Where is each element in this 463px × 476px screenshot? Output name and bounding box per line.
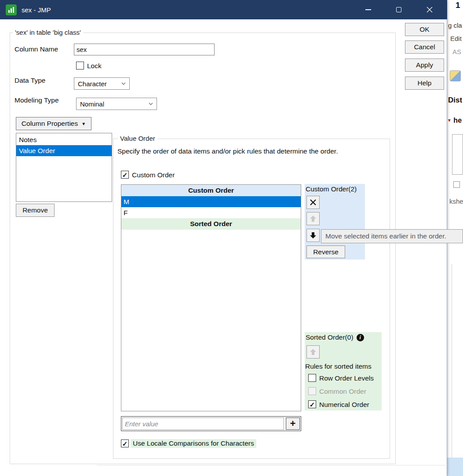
modeling-type-label: Modeling Type	[15, 96, 59, 104]
remove-item-button[interactable]	[306, 196, 320, 209]
x-icon	[310, 199, 317, 206]
apply-button[interactable]: Apply	[405, 59, 444, 72]
move-up-button[interactable]	[306, 212, 320, 225]
dropdown-triangle-icon: ▼	[81, 121, 86, 126]
sorted-move-up-button[interactable]	[306, 345, 320, 359]
cancel-button[interactable]: Cancel	[405, 40, 444, 54]
property-item-value-order[interactable]: Value Order	[16, 145, 112, 156]
modeling-type-value: Nominal	[80, 100, 104, 108]
background-text-big-class: g cla	[448, 22, 462, 29]
modeling-type-dropdown[interactable]: Nominal	[76, 98, 157, 110]
locale-comparisons-label: Use Locale Comparisons for Characters	[131, 439, 256, 448]
close-button[interactable]	[417, 0, 442, 19]
column-properties-label: Column Properties	[22, 120, 78, 128]
custom-order-checkbox-label: Custom Order	[132, 171, 175, 179]
properties-listbox: Notes Value Order	[16, 133, 112, 202]
maximize-icon	[396, 7, 401, 12]
background-outline-title: ▼ he	[447, 117, 462, 124]
numerical-order-label: Numerical Order	[319, 401, 369, 409]
enter-value-wrapper: +	[121, 416, 301, 431]
common-order-checkbox	[308, 387, 316, 395]
data-type-dropdown[interactable]: Character	[74, 77, 130, 90]
custom-order-header: Custom Order	[121, 185, 301, 196]
background-text-edit: Edit	[450, 35, 462, 42]
tooltip: Move selected items earlier in the order…	[321, 229, 463, 243]
reverse-button[interactable]: Reverse	[306, 245, 345, 258]
background-text-he: he	[453, 117, 462, 124]
help-button[interactable]: Help	[405, 77, 444, 90]
arrow-up-icon	[310, 348, 317, 355]
custom-order-panel-title: Custom Order(2)	[306, 185, 357, 193]
custom-order-panel: Custom Order(2) Reverse	[305, 184, 365, 260]
background-text-dist: Dist	[448, 96, 462, 105]
data-type-label: Data Type	[15, 77, 45, 84]
arrow-up-icon	[310, 215, 317, 222]
window-title: sex - JMP	[22, 6, 51, 14]
locale-comparisons-checkbox[interactable]	[121, 439, 129, 447]
arrow-down-icon	[310, 232, 317, 239]
value-order-legend: Value Order	[118, 135, 157, 142]
maximize-button[interactable]	[386, 0, 411, 19]
background-text-kshe: kshe	[449, 198, 463, 205]
background-plot-frame	[452, 134, 463, 175]
common-order-label: Common Order	[319, 388, 366, 395]
enter-value-input[interactable]	[122, 417, 284, 430]
titlebar[interactable]: sex - JMP	[0, 0, 447, 19]
order-item-m[interactable]: M	[121, 196, 301, 207]
red-triangle-icon: ▼	[447, 118, 452, 123]
column-groupbox-legend: 'sex' in table 'big class'	[13, 29, 83, 36]
jmp-app-icon	[6, 4, 17, 15]
minimize-button[interactable]	[356, 0, 380, 19]
custom-order-checkbox[interactable]	[121, 171, 129, 179]
sorted-order-panel-title-row: Sorted Order(0) i	[306, 333, 364, 341]
background-text-as: AS	[452, 48, 461, 55]
background-footer	[447, 458, 463, 476]
move-down-button[interactable]	[306, 229, 320, 242]
minimize-icon	[365, 9, 371, 10]
lock-checkbox[interactable]	[76, 62, 84, 70]
row-order-levels-label: Row Order Levels	[319, 374, 374, 382]
window-controls	[356, 0, 442, 19]
data-type-value: Character	[78, 80, 107, 88]
column-properties-button[interactable]: Column Properties ▼	[16, 117, 91, 130]
row-order-levels-checkbox[interactable]	[308, 374, 316, 382]
screen: 1 g cla Edit AS Dist ▼ he kshe sex - JMP	[0, 0, 463, 476]
background-row-number: 1	[456, 0, 460, 10]
sorted-order-panel-title: Sorted Order(0)	[306, 333, 354, 341]
background-checkbox	[453, 181, 460, 188]
info-icon[interactable]: i	[357, 334, 364, 341]
column-name-label: Column Name	[15, 45, 58, 53]
add-value-button[interactable]: +	[286, 417, 300, 430]
rules-heading: Rules for sorted items	[305, 362, 372, 370]
value-order-list: Custom Order M F Sorted Order	[121, 184, 301, 411]
value-order-description: Specify the order of data items and/or p…	[117, 146, 364, 156]
sorted-order-header: Sorted Order	[121, 218, 301, 230]
chevron-down-icon	[121, 82, 126, 85]
property-item-notes[interactable]: Notes	[16, 134, 112, 145]
column-name-input[interactable]	[74, 44, 215, 55]
close-icon	[427, 7, 433, 13]
remove-button[interactable]: Remove	[16, 204, 55, 217]
bottom-divider	[97, 465, 447, 465]
order-item-f[interactable]: F	[121, 207, 301, 218]
chevron-down-icon	[149, 103, 153, 105]
sorted-order-panel: Sorted Order(0) i Rules for sorted items…	[305, 332, 382, 410]
background-file-icon	[450, 70, 461, 81]
lock-label: Lock	[87, 62, 102, 70]
ok-button[interactable]: OK	[405, 23, 444, 36]
numerical-order-checkbox[interactable]	[308, 400, 316, 408]
plus-icon: +	[290, 419, 296, 428]
background-table-edge	[452, 264, 463, 458]
